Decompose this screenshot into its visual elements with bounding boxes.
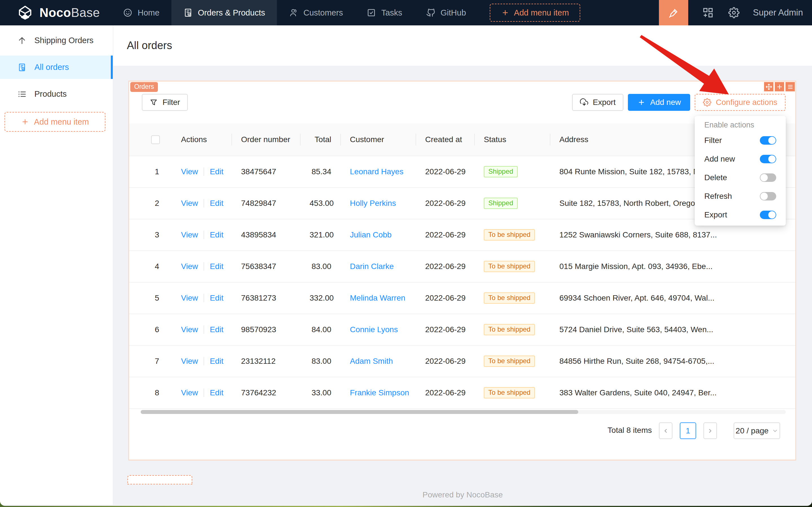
toggle-refresh[interactable]: [760, 192, 776, 201]
edit-link[interactable]: Edit: [210, 167, 223, 176]
status-badge: To be shipped: [484, 292, 535, 304]
top-navbar: NocoBase HomeOrders & ProductsCustomersT…: [0, 0, 812, 25]
edit-link[interactable]: Edit: [210, 262, 223, 271]
nav-item-label: Home: [137, 8, 159, 17]
sidebar-item-products[interactable]: Products: [0, 82, 113, 106]
cell-order-number: 75638347: [231, 262, 300, 271]
edit-link[interactable]: Edit: [210, 199, 223, 208]
customer-link[interactable]: Connie Lyons: [350, 325, 398, 334]
customer-link[interactable]: Melinda Warren: [350, 293, 405, 302]
sidebar-add-menu-item-button[interactable]: Add menu item: [4, 112, 106, 132]
nav-item-orders-products[interactable]: Orders & Products: [171, 0, 277, 25]
toggle-filter[interactable]: [760, 136, 776, 145]
cell-customer: Leonard Hayes: [340, 167, 416, 176]
row-actions: ViewEdit: [181, 357, 231, 366]
enable-action-label: Refresh: [704, 192, 732, 201]
enable-action-label: Export: [704, 210, 727, 219]
view-link[interactable]: View: [181, 293, 198, 302]
row-actions: ViewEdit: [181, 388, 231, 397]
action-divider: [204, 231, 204, 239]
view-link[interactable]: View: [181, 325, 198, 334]
list-icon: [17, 90, 26, 99]
edit-link[interactable]: Edit: [210, 357, 223, 366]
toggle-delete[interactable]: [760, 173, 776, 182]
cell-customer: Adam Smith: [340, 357, 416, 366]
nav-item-label: Tasks: [381, 8, 402, 17]
drag-handle[interactable]: [764, 82, 773, 91]
blocks-plus-icon: [702, 7, 714, 18]
customer-link[interactable]: Leonard Hayes: [350, 167, 403, 176]
cell-order-number: 73764232: [231, 388, 300, 397]
view-link[interactable]: View: [181, 388, 198, 397]
nav-item-tasks[interactable]: Tasks: [355, 0, 414, 25]
enable-action-row-refresh: Refresh: [695, 187, 786, 206]
export-button[interactable]: Export: [572, 94, 623, 111]
view-link[interactable]: View: [181, 230, 198, 239]
status-badge: Shipped: [484, 166, 518, 177]
sidebar-item-shipping-orders[interactable]: Shipping Orders: [0, 29, 113, 52]
configure-actions-button[interactable]: Configure actions: [695, 94, 786, 111]
settings-button[interactable]: [728, 6, 740, 19]
select-all-checkbox[interactable]: [151, 135, 160, 144]
nav-add-menu-item-button[interactable]: Add menu item: [490, 4, 580, 22]
pagination-page-1[interactable]: 1: [680, 422, 696, 439]
table-row: 4ViewEdit7563834783.00Darin Clarke2022-0…: [129, 251, 795, 283]
cell-created-at: 2022-06-29: [416, 293, 474, 302]
filter-button[interactable]: Filter: [142, 94, 188, 111]
view-link[interactable]: View: [181, 262, 198, 271]
nav-item-github[interactable]: GitHub: [414, 0, 478, 25]
cell-status: To be shipped: [474, 324, 550, 335]
view-link[interactable]: View: [181, 357, 198, 366]
user-menu[interactable]: Super Admin: [753, 8, 803, 18]
customer-link[interactable]: Frankie Simpson: [350, 388, 409, 397]
pagination-prev-button[interactable]: [659, 422, 673, 439]
horizontal-scrollbar-thumb[interactable]: [141, 410, 578, 414]
pagination-next-button[interactable]: [703, 422, 717, 439]
view-link[interactable]: View: [181, 199, 198, 208]
cell-created-at: 2022-06-29: [416, 325, 474, 334]
plugin-blocks-button[interactable]: [702, 6, 714, 19]
row-index: 2: [141, 199, 181, 208]
edit-link[interactable]: Edit: [210, 230, 223, 239]
customer-link[interactable]: Holly Perkins: [350, 199, 396, 208]
customer-link[interactable]: Darin Clarke: [350, 262, 394, 271]
cell-customer: Frankie Simpson: [340, 388, 416, 397]
filter-icon: [150, 98, 158, 107]
nocobase-logo[interactable]: NocoBase: [0, 0, 111, 25]
column-header-customer: Customer: [340, 123, 416, 156]
table-row: 8ViewEdit7376423233.00Frankie Simpson202…: [129, 377, 795, 409]
ui-editor-button[interactable]: [659, 0, 688, 25]
page-size-select[interactable]: 20 / page: [734, 422, 780, 439]
add-new-button[interactable]: Add new: [628, 94, 690, 111]
cell-total: 453.00: [300, 199, 340, 208]
enable-action-label: Delete: [704, 173, 727, 182]
column-header-actions: Actions: [181, 123, 231, 156]
enable-action-row-export: Export: [695, 206, 786, 224]
edit-link[interactable]: Edit: [210, 293, 223, 302]
customer-link[interactable]: Adam Smith: [350, 357, 393, 365]
row-actions: ViewEdit: [181, 262, 231, 271]
edit-link[interactable]: Edit: [210, 325, 223, 334]
toggle-export[interactable]: [760, 211, 776, 219]
status-badge: To be shipped: [484, 387, 535, 398]
cell-status: To be shipped: [474, 229, 550, 240]
nav-item-customers[interactable]: Customers: [277, 0, 355, 25]
block-add-button[interactable]: [775, 82, 784, 91]
block-menu-button[interactable]: [786, 82, 795, 91]
sidebar-item-all-orders[interactable]: All orders: [0, 56, 113, 79]
highlighter-icon: [668, 7, 679, 18]
cell-status: Shipped: [474, 166, 550, 177]
toggle-add-new[interactable]: [760, 155, 776, 163]
add-block-button[interactable]: + Add block: [127, 475, 192, 485]
column-header-total: Total: [300, 123, 340, 156]
column-header-created-at: Created at: [416, 123, 474, 156]
cell-order-number: 23132112: [231, 357, 300, 366]
nav-item-label: Customers: [303, 8, 343, 17]
nav-item-home[interactable]: Home: [111, 0, 171, 25]
enable-action-row-delete: Delete: [695, 168, 786, 187]
customer-link[interactable]: Julian Cobb: [350, 230, 392, 239]
edit-link[interactable]: Edit: [210, 388, 223, 397]
page-header: All orders: [113, 25, 812, 66]
view-link[interactable]: View: [181, 167, 198, 176]
row-actions: ViewEdit: [181, 167, 231, 176]
